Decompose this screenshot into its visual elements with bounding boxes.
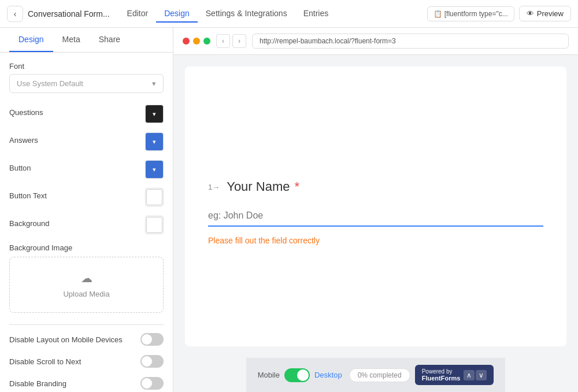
- background-color-swatch[interactable]: [145, 216, 164, 234]
- button-text-label: Button Text: [9, 191, 47, 200]
- button-row: Button ▾: [9, 160, 164, 179]
- disable-branding-toggle[interactable]: [140, 377, 164, 390]
- preview-label: Preview: [537, 9, 564, 18]
- button-text-color-swatch[interactable]: [145, 188, 164, 206]
- disable-layout-label: Disable Layout on Mobile Devices: [9, 335, 123, 344]
- disable-layout-slider: [140, 333, 164, 346]
- expand-up-button[interactable]: ∧: [464, 370, 475, 380]
- font-select[interactable]: Use System Default ▾: [9, 74, 164, 93]
- nav-entries[interactable]: Entries: [295, 5, 337, 23]
- disable-branding-slider: [140, 377, 164, 390]
- mobile-desktop-toggle[interactable]: [284, 368, 310, 382]
- upload-media-label: Upload Media: [63, 290, 109, 298]
- sidebar: Design Meta Share Font Use System Defaul…: [0, 28, 173, 392]
- button-color-swatch[interactable]: ▾: [145, 160, 164, 179]
- browser-dots: [183, 38, 210, 45]
- questions-color-swatch[interactable]: ▾: [145, 105, 164, 123]
- required-star: *: [294, 179, 299, 194]
- progress-bar-area: 0% completed Powered by FluentForms ∧ ∨: [349, 365, 494, 385]
- button-text-row: Button Text: [9, 188, 164, 206]
- top-nav: ‹ Conversational Form... Editor Design S…: [0, 0, 578, 28]
- nav-right: 📋 [fluentform type="c... 👁 Preview: [427, 6, 571, 21]
- answers-label: Answers: [9, 136, 38, 145]
- shortcode-icon: 📋: [433, 10, 442, 18]
- tab-share[interactable]: Share: [90, 28, 129, 52]
- preview-area: ‹ › http://rempel-baumbach.local/?fluent…: [173, 28, 578, 392]
- chevron-down-icon: ▾: [153, 110, 156, 118]
- powered-by-text: Powered by FluentForms: [422, 368, 461, 382]
- disable-scroll-row: Disable Scroll to Next: [9, 355, 164, 368]
- browser-bar: ‹ › http://rempel-baumbach.local/?fluent…: [173, 28, 578, 55]
- upload-icon: ☁: [81, 271, 92, 285]
- url-bar[interactable]: http://rempel-baumbach.local/?fluent-for…: [252, 34, 569, 49]
- back-button[interactable]: ‹: [7, 6, 23, 22]
- disable-scroll-toggle[interactable]: [140, 355, 164, 368]
- red-dot: [183, 38, 190, 45]
- preview-button[interactable]: 👁 Preview: [519, 6, 571, 21]
- sidebar-tabs: Design Meta Share: [0, 28, 173, 53]
- progress-pill: 0% completed: [349, 368, 410, 382]
- form-title: Conversational Form...: [28, 9, 110, 19]
- nav-editor[interactable]: Editor: [119, 5, 157, 23]
- view-toggle: Mobile Desktop: [258, 368, 342, 382]
- chevron-down-icon: ▾: [153, 138, 156, 146]
- answers-row: Answers ▾: [9, 132, 164, 151]
- back-arrow-button[interactable]: ‹: [216, 34, 230, 48]
- nav-design[interactable]: Design: [156, 5, 198, 23]
- background-label: Background: [9, 219, 49, 228]
- disable-branding-row: Disable Branding: [9, 377, 164, 390]
- forward-arrow-button[interactable]: ›: [232, 34, 246, 48]
- disable-branding-label: Disable Branding: [9, 379, 66, 388]
- disable-scroll-label: Disable Scroll to Next: [9, 357, 81, 366]
- disable-scroll-slider: [140, 355, 164, 368]
- name-input[interactable]: [208, 206, 543, 227]
- shortcode-button[interactable]: 📋 [fluentform type="c...: [427, 6, 514, 21]
- preview-content: 1→ Your Name * Please fill out the field…: [173, 55, 578, 392]
- font-placeholder: Use System Default: [17, 79, 83, 88]
- background-image-label: Background Image: [9, 243, 164, 252]
- chevron-down-icon: ▾: [153, 166, 156, 173]
- sidebar-content: Font Use System Default ▾ Questions ▾ An…: [0, 53, 173, 392]
- disable-layout-toggle[interactable]: [140, 333, 164, 346]
- upload-media-area[interactable]: ☁ Upload Media: [9, 257, 164, 313]
- nav-settings[interactable]: Settings & Integrations: [198, 5, 295, 23]
- button-label: Button: [9, 164, 31, 172]
- desktop-label: Desktop: [314, 371, 342, 379]
- powered-by-line2: FluentForms: [422, 375, 461, 382]
- tab-meta[interactable]: Meta: [53, 28, 90, 52]
- main-layout: Design Meta Share Font Use System Defaul…: [0, 28, 578, 392]
- font-label: Font: [9, 62, 164, 71]
- nav-links: Editor Design Settings & Integrations En…: [119, 5, 337, 23]
- divider: [9, 324, 164, 325]
- view-switch-slider: [284, 368, 310, 382]
- yellow-dot: [193, 38, 200, 45]
- bottom-bar: Mobile Desktop 0% completed Powered by F…: [246, 358, 506, 392]
- eye-icon: 👁: [527, 9, 534, 18]
- expand-buttons: ∧ ∨: [464, 370, 487, 380]
- powered-by-badge: Powered by FluentForms ∧ ∨: [415, 365, 494, 385]
- form-error: Please fill out the field correctly: [208, 236, 320, 245]
- tab-design[interactable]: Design: [9, 28, 53, 52]
- mobile-label: Mobile: [258, 371, 280, 379]
- chevron-down-icon: ▾: [152, 79, 156, 88]
- browser-nav: ‹ ›: [216, 34, 246, 48]
- powered-by-line1: Powered by: [422, 368, 461, 375]
- question-text: Your Name: [227, 179, 290, 194]
- form-question: 1→ Your Name *: [208, 179, 299, 194]
- expand-down-button[interactable]: ∨: [476, 370, 487, 380]
- background-row: Background: [9, 216, 164, 234]
- green-dot: [203, 38, 210, 45]
- answers-color-swatch[interactable]: ▾: [145, 132, 164, 151]
- step-indicator: 1→: [208, 183, 220, 191]
- questions-label: Questions: [9, 108, 43, 117]
- shortcode-label: [fluentform type="c...: [444, 10, 508, 18]
- form-preview: 1→ Your Name * Please fill out the field…: [185, 66, 566, 346]
- disable-layout-row: Disable Layout on Mobile Devices: [9, 333, 164, 346]
- questions-row: Questions ▾: [9, 105, 164, 123]
